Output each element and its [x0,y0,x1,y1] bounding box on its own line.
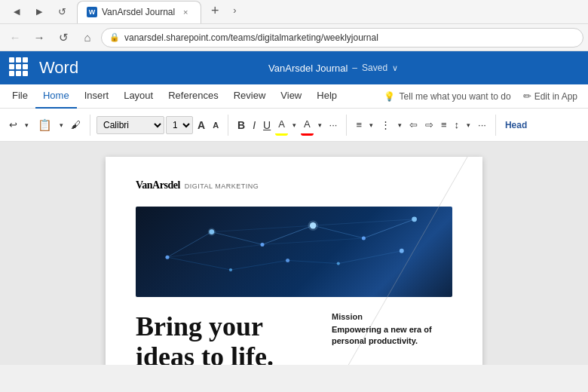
svg-point-21 [337,262,340,265]
svg-line-5 [167,244,262,257]
department-label: Digital Marketing [185,182,259,190]
bullets-dropdown[interactable]: ▾ [366,115,376,136]
line-spacing-btn[interactable]: ↕ [452,115,463,136]
mission-label: Mission [332,312,452,321]
url-text: vanarsdel.sharepoint.com/teams/digitalma… [124,32,378,43]
window-forward-btn[interactable]: ▶ [29,2,50,23]
clipboard-dropdown-btn[interactable]: ▾ [57,115,66,136]
increase-indent-btn[interactable]: ⇨ [422,115,436,136]
font-name-selector[interactable]: Calibri [96,116,164,134]
svg-line-1 [212,232,262,245]
tab-close-btn[interactable]: × [179,6,191,18]
window-refresh-btn[interactable]: ↺ [51,2,72,23]
underline-btn[interactable]: U [260,115,274,136]
highlight-dropdown[interactable]: ▾ [289,115,299,136]
svg-point-24 [208,228,216,236]
svg-line-8 [313,219,414,225]
divider-1 [90,115,90,136]
format-painter-btn[interactable]: 🖌 [68,115,84,136]
align-left-btn[interactable]: ≡ [438,115,450,136]
format-group: B I U A ▾ A ▾ ··· [234,115,340,136]
list-group: ≡ ▾ ⋮ ▾ ⇦ ⇨ ≡ ↕ ▾ ··· [353,115,489,136]
company-name: VanArsdel [136,179,180,191]
svg-point-13 [165,256,169,259]
nav-back-btn[interactable]: ← [5,27,26,48]
browser-tab-active[interactable]: W VanArsdel Journal × [77,1,201,23]
tab-overflow-btn[interactable]: › [228,5,240,16]
hero-image [136,207,452,297]
word-app-bar: Word VanArsdel Journal – Saved ∨ [0,51,588,84]
waffle-menu-btn[interactable] [9,57,30,78]
font-size-down-btn[interactable]: A [210,115,222,136]
saved-status: Saved [362,63,387,73]
doc-title-area: VanArsdel Journal – Saved ∨ [87,63,579,74]
tab-title: VanArsdel Journal [102,7,175,17]
word-app-name: Word [39,58,78,78]
ribbon-tabs: File Home Insert Layout References Revie… [0,84,588,109]
doc-title-chevron[interactable]: ∨ [392,63,398,73]
numbers-btn[interactable]: ⋮ [378,115,394,136]
divider-2 [228,115,228,136]
svg-line-11 [288,260,338,263]
font-size-selector[interactable]: 11 [166,116,193,134]
tab-help[interactable]: Help [309,84,345,109]
more-list-btn[interactable]: ··· [475,115,489,136]
tab-home[interactable]: Home [35,84,77,109]
numbers-dropdown[interactable]: ▾ [395,115,405,136]
tab-references[interactable]: References [161,84,225,109]
word-tab-icon: W [87,7,97,17]
svg-line-10 [231,260,288,270]
undo-group: ↩ ▾ [6,115,32,136]
doc-title: VanArsdel Journal [268,63,348,74]
svg-line-9 [167,257,231,270]
tab-layout[interactable]: Layout [116,84,161,109]
undo-btn[interactable]: ↩ [6,115,20,136]
pencil-icon: ✏ [523,90,531,102]
divider-4 [495,115,496,136]
svg-line-0 [167,232,212,258]
doc-logo-area: VanArsdel Digital Marketing [136,179,452,191]
lock-icon: 🔒 [109,32,120,42]
headline: Bring your ideas to life. [136,312,317,365]
window-back-btn[interactable]: ◀ [6,2,27,23]
line-spacing-dropdown[interactable]: ▾ [464,115,473,136]
doc-sidebar: Mission Empowering a new era of personal… [332,312,452,365]
tab-insert[interactable]: Insert [77,84,117,109]
undo-dropdown-btn[interactable]: ▾ [22,115,32,136]
nav-forward-btn[interactable]: → [29,27,50,48]
tab-file[interactable]: File [5,84,35,109]
tab-review[interactable]: Review [226,84,274,109]
bold-btn[interactable]: B [234,115,248,136]
mission-text: Empowering a new era of personal product… [332,324,452,348]
tell-me-area[interactable]: 💡 Tell me what you want to do [378,91,517,102]
font-color-btn[interactable]: A [301,115,314,136]
ribbon-toolbar: ↩ ▾ 📋 ▾ 🖌 Calibri 11 A A B I U A ▾ A ▾ ·… [0,109,588,142]
font-color-dropdown[interactable]: ▾ [315,115,325,136]
svg-point-19 [229,268,232,271]
svg-line-3 [313,225,363,238]
address-bar[interactable]: 🔒 vanarsdel.sharepoint.com/teams/digital… [101,28,583,47]
bullets-btn[interactable]: ≡ [353,115,365,136]
browser-window-controls: ◀ ▶ ↺ [6,2,72,23]
highlight-btn[interactable]: A [275,115,288,136]
new-tab-button[interactable]: + [204,1,225,22]
svg-point-18 [412,216,417,222]
nav-refresh-btn[interactable]: ↺ [53,27,74,48]
italic-btn[interactable]: I [250,115,259,136]
tell-me-text: Tell me what you want to do [400,91,511,102]
clipboard-btn[interactable]: 📋 [35,115,55,136]
more-format-btn[interactable]: ··· [326,115,341,136]
heading-btn[interactable]: Head [502,115,530,136]
tab-view[interactable]: View [273,84,309,109]
clipboard-group: 📋 ▾ 🖌 [35,115,84,136]
edit-in-app-btn[interactable]: ✏ Edit in App [517,90,583,102]
nav-home-btn[interactable]: ⌂ [77,27,98,48]
decrease-indent-btn[interactable]: ⇦ [406,115,421,136]
font-group: Calibri 11 A A [96,115,222,136]
divider-3 [346,115,347,136]
doc-main-content: Bring your ideas to life. Mission Empowe… [136,312,452,365]
svg-point-20 [286,259,289,262]
font-size-up-btn[interactable]: A [194,115,208,136]
doc-headline: Bring your ideas to life. [136,312,317,365]
network-visualization [136,207,452,283]
